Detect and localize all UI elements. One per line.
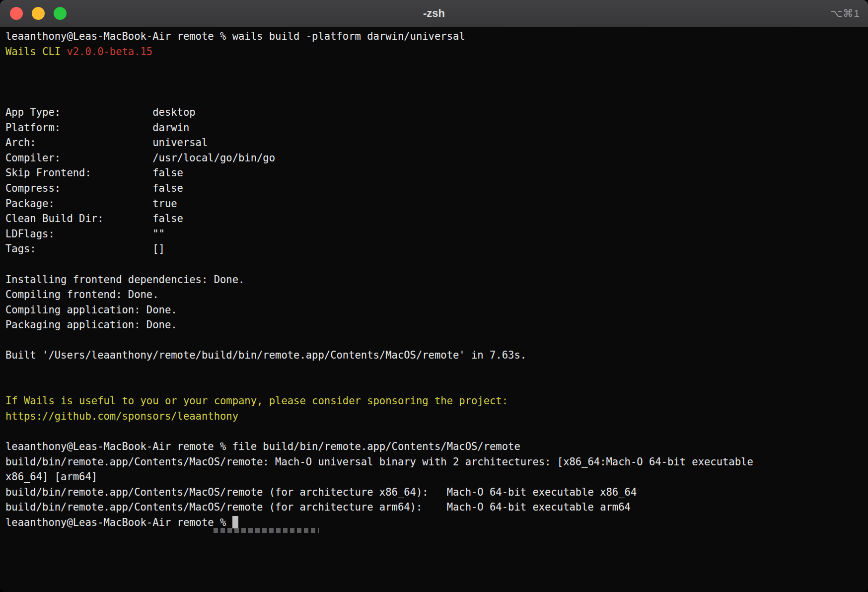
text-segment: Compress: false [5, 182, 183, 194]
terminal-line: LDFlags: "" [5, 226, 864, 242]
titlebar[interactable]: -zsh ⌥⌘1 [0, 0, 868, 27]
text-segment: Skip Frontend: false [5, 167, 183, 179]
terminal-line: Compiling application: Done. [5, 302, 864, 318]
terminal-line: Built '/Users/leaanthony/remote/build/bi… [5, 348, 864, 363]
text-segment: Compiler: /usr/local/go/bin/go [5, 152, 275, 164]
text-segment: build/bin/remote.app/Contents/MacOS/remo… [5, 456, 753, 468]
text-segment: If Wails is useful to you or your compan… [5, 395, 508, 407]
text-segment: Clean Build Dir: false [5, 213, 183, 224]
terminal-line [5, 74, 864, 90]
text-segment: Compiling application: Done. [5, 304, 177, 316]
text-segment: Compiling frontend: Done. [5, 289, 159, 300]
terminal-window: -zsh ⌥⌘1 leaanthony@Leas-MacBook-Air rem… [0, 0, 868, 592]
text-segment: build/bin/remote.app/Contents/MacOS/remo… [5, 501, 631, 513]
minimize-button-icon[interactable] [32, 7, 45, 20]
terminal-line: Platform: darwin [5, 120, 864, 136]
text-segment: Package: true [5, 198, 177, 210]
text-segment: LDFlags: "" [5, 228, 165, 240]
text-segment: leaanthony@Leas-MacBook-Air remote % fil… [5, 441, 520, 452]
terminal-line: Clean Build Dir: false [5, 211, 864, 226]
terminal-line: Arch: universal [5, 135, 864, 150]
text-segment: leaanthony@Leas-MacBook-Air remote % wai… [5, 30, 465, 42]
close-button-icon[interactable] [10, 7, 23, 20]
terminal-line [5, 89, 864, 105]
terminal-line [5, 333, 864, 348]
text-segment: build/bin/remote.app/Contents/MacOS/remo… [5, 486, 637, 498]
window-title: -zsh [423, 7, 445, 20]
text-segment: leaanthony@Leas-MacBook-Air remote % [5, 517, 232, 528]
terminal-line [5, 424, 864, 439]
text-segment: Wails CLI [5, 46, 67, 58]
terminal-line [5, 363, 864, 378]
clipped-text-artifact [214, 528, 319, 533]
terminal-line: https://github.com/sponsors/leaanthony [5, 409, 864, 424]
terminal-line [5, 257, 864, 272]
terminal-line: Installing frontend dependencies: Done. [5, 272, 864, 288]
text-segment: Platform: darwin [5, 122, 189, 134]
terminal-line: If Wails is useful to you or your compan… [5, 393, 864, 409]
terminal-line: build/bin/remote.app/Contents/MacOS/remo… [5, 500, 864, 515]
text-segment: Tags: [] [5, 243, 165, 255]
terminal-line: x86_64] [arm64] [5, 469, 864, 485]
zoom-button-icon[interactable] [54, 7, 67, 20]
text-segment: App Type: desktop [5, 106, 196, 118]
terminal-line: leaanthony@Leas-MacBook-Air remote % fil… [5, 439, 864, 454]
terminal-line: Skip Frontend: false [5, 165, 864, 181]
text-segment: v2.0.0-beta.15 [67, 46, 152, 58]
text-segment: x86_64] [arm64] [5, 471, 97, 483]
window-controls [10, 0, 67, 27]
text-segment: Installing frontend dependencies: Done. [5, 274, 244, 286]
terminal-line: build/bin/remote.app/Contents/MacOS/remo… [5, 454, 864, 470]
terminal-line: leaanthony@Leas-MacBook-Air remote % wai… [5, 29, 864, 44]
terminal-cursor [232, 516, 238, 528]
terminal-line [5, 378, 864, 394]
terminal-line: build/bin/remote.app/Contents/MacOS/remo… [5, 485, 864, 500]
terminal-output[interactable]: leaanthony@Leas-MacBook-Air remote % wai… [0, 27, 868, 530]
terminal-line: Compiler: /usr/local/go/bin/go [5, 150, 864, 166]
terminal-line: Package: true [5, 196, 864, 212]
text-segment: Packaging application: Done. [5, 319, 177, 331]
terminal-line: App Type: desktop [5, 105, 864, 120]
text-segment: Built '/Users/leaanthony/remote/build/bi… [5, 349, 526, 361]
terminal-line: Packaging application: Done. [5, 317, 864, 333]
terminal-line: Compiling frontend: Done. [5, 287, 864, 302]
terminal-line [5, 59, 864, 74]
terminal-line: Tags: [] [5, 241, 864, 257]
text-segment: Arch: universal [5, 137, 208, 148]
terminal-line: Wails CLI v2.0.0-beta.15 [5, 44, 864, 60]
keyboard-shortcut-hint: ⌥⌘1 [830, 7, 860, 19]
terminal-line: leaanthony@Leas-MacBook-Air remote % [5, 515, 864, 530]
text-segment: https://github.com/sponsors/leaanthony [5, 410, 238, 422]
terminal-line: Compress: false [5, 181, 864, 196]
